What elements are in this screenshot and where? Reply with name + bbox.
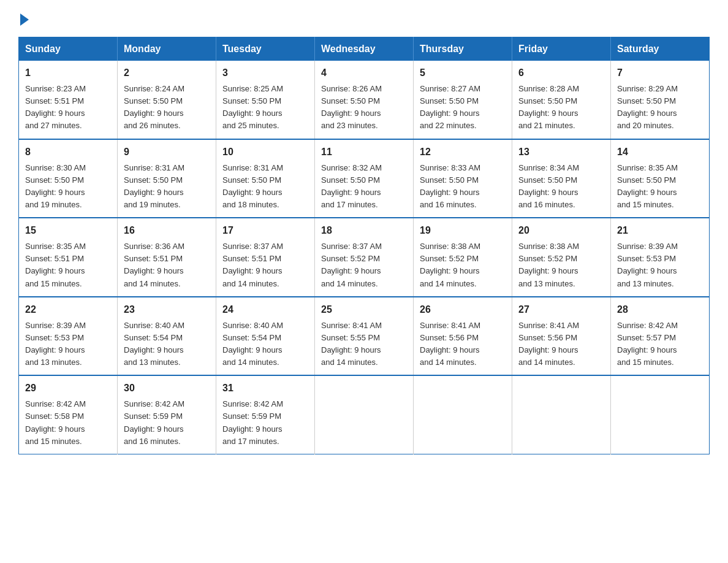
day-info: Sunrise: 8:31 AMSunset: 5:50 PMDaylight:… — [124, 162, 210, 212]
day-info: Sunrise: 8:27 AMSunset: 5:50 PMDaylight:… — [420, 83, 506, 132]
calendar-week-row: 8Sunrise: 8:30 AMSunset: 5:50 PMDaylight… — [19, 139, 710, 218]
day-info: Sunrise: 8:40 AMSunset: 5:54 PMDaylight:… — [124, 320, 210, 369]
calendar-cell — [315, 375, 414, 454]
day-info: Sunrise: 8:37 AMSunset: 5:51 PMDaylight:… — [222, 240, 308, 290]
day-header-tuesday: Tuesday — [216, 37, 315, 61]
day-header-monday: Monday — [118, 37, 216, 61]
day-info: Sunrise: 8:41 AMSunset: 5:55 PMDaylight:… — [321, 320, 407, 369]
calendar-cell: 5Sunrise: 8:27 AMSunset: 5:50 PMDaylight… — [414, 61, 512, 139]
calendar-header-row: SundayMondayTuesdayWednesdayThursdayFrid… — [19, 37, 710, 61]
calendar-cell: 10Sunrise: 8:31 AMSunset: 5:50 PMDayligh… — [216, 139, 315, 218]
calendar-cell: 4Sunrise: 8:26 AMSunset: 5:50 PMDaylight… — [315, 61, 414, 139]
calendar-week-row: 1Sunrise: 8:23 AMSunset: 5:51 PMDaylight… — [19, 61, 710, 139]
calendar-cell: 2Sunrise: 8:24 AMSunset: 5:50 PMDaylight… — [118, 61, 216, 139]
day-number: 25 — [321, 302, 407, 317]
logo — [18, 12, 29, 26]
calendar-cell: 23Sunrise: 8:40 AMSunset: 5:54 PMDayligh… — [118, 297, 216, 376]
day-info: Sunrise: 8:39 AMSunset: 5:53 PMDaylight:… — [25, 320, 111, 369]
calendar-cell — [512, 375, 611, 454]
calendar-cell: 29Sunrise: 8:42 AMSunset: 5:58 PMDayligh… — [19, 375, 118, 454]
day-info: Sunrise: 8:31 AMSunset: 5:50 PMDaylight:… — [222, 162, 308, 212]
day-number: 8 — [25, 145, 111, 159]
day-number: 7 — [617, 66, 703, 80]
calendar-cell: 8Sunrise: 8:30 AMSunset: 5:50 PMDaylight… — [19, 139, 118, 218]
day-number: 2 — [124, 66, 210, 80]
day-info: Sunrise: 8:36 AMSunset: 5:51 PMDaylight:… — [124, 240, 210, 290]
day-info: Sunrise: 8:25 AMSunset: 5:50 PMDaylight:… — [222, 83, 308, 132]
day-info: Sunrise: 8:39 AMSunset: 5:53 PMDaylight:… — [617, 240, 703, 290]
calendar-cell: 28Sunrise: 8:42 AMSunset: 5:57 PMDayligh… — [611, 297, 710, 376]
calendar-cell: 9Sunrise: 8:31 AMSunset: 5:50 PMDaylight… — [118, 139, 216, 218]
day-number: 22 — [25, 302, 111, 317]
day-info: Sunrise: 8:35 AMSunset: 5:51 PMDaylight:… — [25, 240, 111, 290]
day-number: 3 — [222, 66, 308, 80]
day-info: Sunrise: 8:38 AMSunset: 5:52 PMDaylight:… — [518, 240, 604, 290]
calendar-cell: 11Sunrise: 8:32 AMSunset: 5:50 PMDayligh… — [315, 139, 414, 218]
calendar-cell: 6Sunrise: 8:28 AMSunset: 5:50 PMDaylight… — [512, 61, 611, 139]
day-info: Sunrise: 8:23 AMSunset: 5:51 PMDaylight:… — [25, 83, 111, 132]
calendar-cell: 16Sunrise: 8:36 AMSunset: 5:51 PMDayligh… — [118, 218, 216, 297]
day-info: Sunrise: 8:34 AMSunset: 5:50 PMDaylight:… — [518, 162, 604, 212]
calendar-table: SundayMondayTuesdayWednesdayThursdayFrid… — [18, 37, 710, 454]
calendar-week-row: 15Sunrise: 8:35 AMSunset: 5:51 PMDayligh… — [19, 218, 710, 297]
calendar-cell: 21Sunrise: 8:39 AMSunset: 5:53 PMDayligh… — [611, 218, 710, 297]
day-number: 24 — [222, 302, 308, 317]
day-info: Sunrise: 8:35 AMSunset: 5:50 PMDaylight:… — [617, 162, 703, 212]
calendar-cell: 26Sunrise: 8:41 AMSunset: 5:56 PMDayligh… — [414, 297, 512, 376]
day-info: Sunrise: 8:24 AMSunset: 5:50 PMDaylight:… — [124, 83, 210, 132]
page-header — [18, 12, 710, 26]
calendar-cell: 14Sunrise: 8:35 AMSunset: 5:50 PMDayligh… — [611, 139, 710, 218]
calendar-cell: 19Sunrise: 8:38 AMSunset: 5:52 PMDayligh… — [414, 218, 512, 297]
day-number: 9 — [124, 145, 210, 159]
calendar-cell: 20Sunrise: 8:38 AMSunset: 5:52 PMDayligh… — [512, 218, 611, 297]
calendar-cell: 15Sunrise: 8:35 AMSunset: 5:51 PMDayligh… — [19, 218, 118, 297]
day-number: 31 — [222, 381, 308, 396]
day-number: 18 — [321, 223, 407, 238]
calendar-cell: 7Sunrise: 8:29 AMSunset: 5:50 PMDaylight… — [611, 61, 710, 139]
day-info: Sunrise: 8:42 AMSunset: 5:57 PMDaylight:… — [617, 320, 703, 369]
calendar-cell — [611, 375, 710, 454]
calendar-week-row: 22Sunrise: 8:39 AMSunset: 5:53 PMDayligh… — [19, 297, 710, 376]
calendar-cell: 1Sunrise: 8:23 AMSunset: 5:51 PMDaylight… — [19, 61, 118, 139]
logo-arrow-icon — [20, 13, 29, 26]
calendar-cell: 17Sunrise: 8:37 AMSunset: 5:51 PMDayligh… — [216, 218, 315, 297]
day-number: 1 — [25, 66, 111, 80]
calendar-cell: 27Sunrise: 8:41 AMSunset: 5:56 PMDayligh… — [512, 297, 611, 376]
day-number: 26 — [420, 302, 506, 317]
calendar-cell: 30Sunrise: 8:42 AMSunset: 5:59 PMDayligh… — [118, 375, 216, 454]
calendar-week-row: 29Sunrise: 8:42 AMSunset: 5:58 PMDayligh… — [19, 375, 710, 454]
calendar-cell: 18Sunrise: 8:37 AMSunset: 5:52 PMDayligh… — [315, 218, 414, 297]
day-number: 10 — [222, 145, 308, 159]
calendar-cell: 24Sunrise: 8:40 AMSunset: 5:54 PMDayligh… — [216, 297, 315, 376]
day-info: Sunrise: 8:33 AMSunset: 5:50 PMDaylight:… — [420, 162, 506, 212]
calendar-cell: 25Sunrise: 8:41 AMSunset: 5:55 PMDayligh… — [315, 297, 414, 376]
day-number: 4 — [321, 66, 407, 80]
day-header-sunday: Sunday — [19, 37, 118, 61]
day-info: Sunrise: 8:42 AMSunset: 5:59 PMDaylight:… — [222, 398, 308, 448]
day-number: 13 — [518, 145, 604, 159]
day-number: 30 — [124, 381, 210, 396]
day-info: Sunrise: 8:32 AMSunset: 5:50 PMDaylight:… — [321, 162, 407, 212]
calendar-cell: 31Sunrise: 8:42 AMSunset: 5:59 PMDayligh… — [216, 375, 315, 454]
day-number: 27 — [518, 302, 604, 317]
calendar-cell: 3Sunrise: 8:25 AMSunset: 5:50 PMDaylight… — [216, 61, 315, 139]
day-number: 21 — [617, 223, 703, 238]
day-number: 11 — [321, 145, 407, 159]
day-info: Sunrise: 8:38 AMSunset: 5:52 PMDaylight:… — [420, 240, 506, 290]
day-info: Sunrise: 8:28 AMSunset: 5:50 PMDaylight:… — [518, 83, 604, 132]
day-info: Sunrise: 8:41 AMSunset: 5:56 PMDaylight:… — [420, 320, 506, 369]
day-number: 15 — [25, 223, 111, 238]
day-info: Sunrise: 8:30 AMSunset: 5:50 PMDaylight:… — [25, 162, 111, 212]
day-number: 16 — [124, 223, 210, 238]
day-info: Sunrise: 8:26 AMSunset: 5:50 PMDaylight:… — [321, 83, 407, 132]
day-number: 28 — [617, 302, 703, 317]
day-number: 14 — [617, 145, 703, 159]
calendar-cell: 22Sunrise: 8:39 AMSunset: 5:53 PMDayligh… — [19, 297, 118, 376]
day-number: 23 — [124, 302, 210, 317]
day-info: Sunrise: 8:41 AMSunset: 5:56 PMDaylight:… — [518, 320, 604, 369]
day-number: 6 — [518, 66, 604, 80]
day-number: 29 — [25, 381, 111, 396]
day-header-thursday: Thursday — [414, 37, 512, 61]
day-header-saturday: Saturday — [611, 37, 710, 61]
day-info: Sunrise: 8:40 AMSunset: 5:54 PMDaylight:… — [222, 320, 308, 369]
